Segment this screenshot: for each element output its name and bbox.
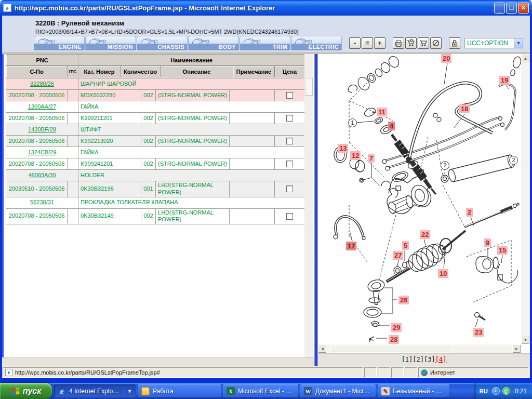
- scroll-up-icon[interactable]: ▲: [521, 54, 530, 63]
- zoom-in-button[interactable]: +: [374, 37, 385, 49]
- taskbar-button[interactable]: WДокумент1 - Microso...: [300, 384, 376, 397]
- row-checkbox[interactable]: [286, 213, 293, 220]
- start-button[interactable]: пуск: [0, 383, 52, 399]
- pnc-link[interactable]: 56238/31: [30, 199, 54, 205]
- zoom-reset-button[interactable]: =: [362, 37, 373, 49]
- diagram-callout-17[interactable]: 17: [346, 242, 356, 250]
- col-pnc: PNC: [6, 55, 78, 66]
- nav-tabs: ENGINEMISSIONCHASSISBODYTRIMELECTRIC: [34, 36, 342, 50]
- nav-tab-electric[interactable]: ELECTRIC: [291, 36, 342, 50]
- parts-table-body: 32280/26ШАРНИР ШАРОВОЙ20020708 - 2005050…: [6, 78, 305, 224]
- nav-tab-mission[interactable]: MISSION: [85, 36, 136, 50]
- taskbar: пуск e4 Internet Explorer▼РаботаXMicroso…: [0, 383, 532, 399]
- row-checkbox[interactable]: [286, 138, 293, 144]
- qty-cell: 002: [141, 136, 156, 147]
- diagram-callout-22[interactable]: 22: [420, 230, 430, 239]
- diagram-vertical-scrollbar[interactable]: ▲ ▼: [521, 54, 530, 344]
- page-title: 3220B : Рулевой механизм: [35, 19, 124, 27]
- part-no-cell: K999241201: [78, 158, 141, 170]
- nav-tab-label: ELECTRIC: [291, 44, 341, 50]
- nav-tab-trim[interactable]: TRIM: [240, 36, 290, 50]
- diagram-callout-5[interactable]: 5: [402, 241, 409, 250]
- price-cell: [275, 136, 305, 147]
- row-checkbox[interactable]: [286, 185, 293, 192]
- zoom-out-button[interactable]: -: [349, 37, 361, 49]
- scroll-right-icon[interactable]: ►: [512, 344, 521, 353]
- page-link-2[interactable]: [2]: [413, 356, 424, 363]
- cart-add-button[interactable]: [405, 37, 417, 49]
- diagram-callout-26[interactable]: 26: [398, 296, 409, 304]
- frame-divider[interactable]: [314, 54, 318, 366]
- diagram-callout-10[interactable]: 10: [438, 269, 448, 278]
- page-link-3[interactable]: [3]: [424, 356, 435, 363]
- close-button[interactable]: ×: [518, 3, 529, 14]
- taskbar-button[interactable]: ✎Безымянный - Paint: [378, 384, 449, 397]
- scrollbar-thumb[interactable]: [305, 78, 313, 96]
- pnc-link[interactable]: 1324CB/29: [28, 149, 56, 155]
- pnc-link[interactable]: 46083A/30: [28, 172, 56, 178]
- row-checkbox[interactable]: [286, 92, 293, 99]
- ucc-option-select[interactable]: UCC+OPTION ▼: [464, 38, 523, 48]
- page-link-1[interactable]: [1]: [402, 356, 413, 363]
- language-indicator[interactable]: RU: [480, 388, 488, 394]
- diagram-callout-4[interactable]: 4: [388, 122, 395, 130]
- diagram-callout-2[interactable]: 2: [466, 208, 473, 217]
- part-name-cell: ГАЙКА: [78, 101, 305, 113]
- qty-cell: 001: [141, 181, 156, 197]
- page-link-4[interactable]: [4]: [435, 356, 447, 363]
- resize-grip[interactable]: [529, 366, 530, 378]
- cart-button[interactable]: [418, 37, 429, 49]
- diagram-callout-27[interactable]: 27: [393, 251, 403, 260]
- diagram-callout-23[interactable]: 23: [473, 328, 484, 337]
- scroll-down-icon[interactable]: ▼: [521, 336, 530, 344]
- diagram-callout-19[interactable]: 19: [499, 76, 510, 85]
- diagram-callout-29[interactable]: 29: [391, 323, 402, 332]
- taskbar-button[interactable]: XMicrosoft Excel - service: [223, 384, 298, 397]
- col-itc: ITC: [68, 66, 78, 77]
- nav-tab-chassis[interactable]: CHASSIS: [137, 36, 188, 50]
- toolbar: - = +: [349, 37, 523, 49]
- diagram-callout-18[interactable]: 18: [459, 104, 470, 113]
- pnc-link[interactable]: 1300AA/27: [28, 103, 56, 110]
- diagram-callout-15[interactable]: 15: [497, 246, 508, 255]
- diagram-callout-28[interactable]: 28: [389, 335, 399, 344]
- nav-tab-engine[interactable]: ENGINE: [34, 36, 85, 50]
- lock-button[interactable]: [449, 37, 460, 49]
- part-data-row: 20020708 - 20050506MDX5032280002(STRG-NO…: [6, 90, 305, 101]
- diagram-callout-12[interactable]: 12: [350, 151, 361, 160]
- print-button[interactable]: [393, 37, 404, 49]
- row-checkbox[interactable]: [286, 161, 293, 167]
- taskbar-button[interactable]: Работа: [138, 384, 221, 397]
- diagram-horizontal-scrollbar[interactable]: ◄ ►: [318, 344, 521, 353]
- scrollbar-thumb[interactable]: [330, 345, 449, 353]
- pnc-link[interactable]: 1430BF/28: [28, 126, 56, 132]
- minimize-button[interactable]: _: [494, 3, 505, 14]
- note-cell: [230, 181, 275, 197]
- diagram-callout-20[interactable]: 20: [441, 54, 451, 63]
- pnc-link[interactable]: 32280/26: [30, 81, 54, 87]
- status-pane: [364, 367, 377, 378]
- desc-cell: (STRG-NORMAL POWER): [156, 136, 230, 147]
- diagram-callout-13[interactable]: 13: [338, 144, 348, 153]
- maximize-button[interactable]: □: [506, 3, 517, 14]
- pnc-cell: 1300AA/27: [6, 101, 78, 113]
- part-group-row: 1324CB/29ГАЙКА: [6, 147, 305, 158]
- parts-table: 32280/26ШАРНИР ШАРОВОЙ20020708 - 2005050…: [6, 78, 305, 224]
- price-cell: [275, 90, 305, 101]
- window-border-right: [530, 16, 532, 383]
- breadcrumb: RIO>2003/06/14>B7>B7>08>LHD>5DOOR>GLS>1.…: [35, 29, 299, 35]
- part-name-cell: ШТИФТ: [78, 124, 305, 136]
- hide-icons-chevron-icon[interactable]: ‹: [492, 387, 500, 395]
- table-vertical-scrollbar[interactable]: [304, 54, 313, 357]
- part-group-row: 56238/31ПРОКЛАДКА ТОЛКАТЕЛЯ КЛАПАНА: [6, 197, 305, 208]
- diagram-callout-11[interactable]: 11: [377, 108, 387, 116]
- tray-app-icon[interactable]: @: [502, 387, 510, 395]
- chevron-down-icon[interactable]: ▼: [124, 389, 132, 394]
- nav-tab-body[interactable]: BODY: [188, 36, 239, 50]
- diagram-callout-7[interactable]: 7: [368, 154, 375, 163]
- taskbar-button[interactable]: e4 Internet Explorer▼: [54, 384, 136, 397]
- block-button[interactable]: [430, 37, 442, 49]
- scroll-left-icon[interactable]: ◄: [318, 344, 327, 353]
- diagram-callout-9[interactable]: 9: [484, 238, 491, 247]
- row-checkbox[interactable]: [286, 115, 293, 122]
